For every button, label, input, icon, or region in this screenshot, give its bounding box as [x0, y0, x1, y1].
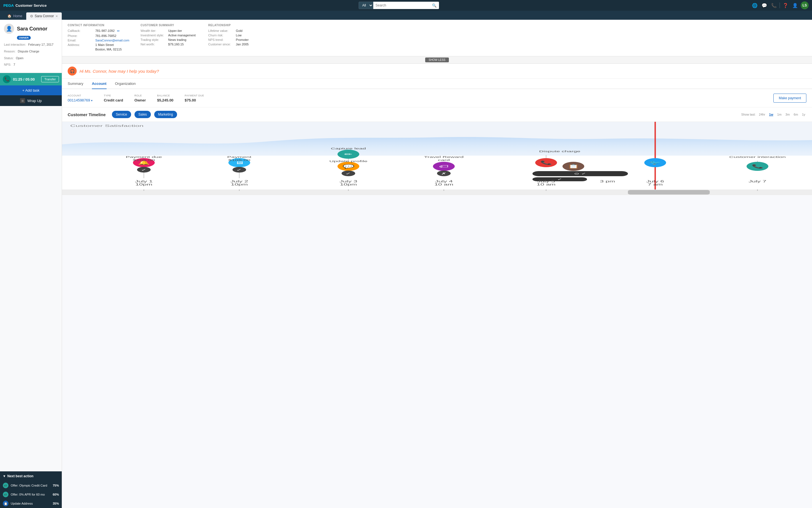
nba-offer2-icon: 🏷	[3, 492, 8, 497]
account-type-label: TYPE	[104, 94, 123, 97]
filter-sales-button[interactable]: Sales	[134, 111, 151, 118]
account-number-value[interactable]: 00114598769 ▾	[68, 98, 92, 102]
headset-icon: 🎧	[68, 67, 77, 76]
nba-offer2-pct: 60%	[53, 493, 59, 496]
last-interaction-label: Last interaction:	[4, 42, 26, 48]
relationship-section: RELATIONSHIP Lifetime value: Gold Churn …	[208, 24, 265, 52]
time-opt-6m[interactable]: 6m	[793, 112, 799, 117]
nba-title: Next best action	[7, 474, 34, 478]
churn-risk-value: Low	[236, 34, 242, 37]
phone-active-icon-button[interactable]: 📞	[770, 1, 778, 9]
account-balance-label: BALANCE	[157, 94, 173, 97]
help-icon-button[interactable]: ❓	[781, 1, 789, 9]
svg-text:📋: 📋	[567, 164, 580, 169]
svg-text:10 am: 10 am	[434, 183, 453, 186]
status-label: Status:	[4, 55, 13, 61]
date-july7: July 7	[749, 180, 766, 183]
nba-item-1[interactable]: 🏷 Offer: Olympic Credit Card 75%	[0, 481, 62, 490]
callback-value: 781-987-1092	[95, 29, 115, 33]
show-less-button[interactable]: SHOW LESS	[425, 57, 448, 62]
svg-text:✓: ✓	[345, 172, 351, 175]
nba-header[interactable]: ▾ Next best action	[0, 471, 62, 481]
home-tab[interactable]: 🏠 Home	[3, 12, 26, 20]
filter-marketing-button[interactable]: Marketing	[154, 111, 177, 118]
customer-since-label: Customer since:	[208, 43, 234, 46]
phone-label: Phone:	[68, 34, 93, 38]
trading-style-label: Trading style:	[141, 38, 166, 41]
owner-badge: OWNER	[17, 36, 31, 40]
wrap-up-button[interactable]: ⊞ Wrap Up	[0, 95, 62, 106]
search-button[interactable]: 🔍	[430, 2, 439, 9]
nps-trend-value: Promoter	[236, 38, 249, 41]
nba-item-3[interactable]: 📋 Update Address 35%	[0, 499, 62, 508]
timeline-chart-svg: Customer Satisfaction 🔔 ✓ Payment due $1…	[62, 122, 812, 195]
sidebar: 👤 Sara Connor OWNER Last interaction: Fe…	[0, 20, 62, 508]
globe-icon: 🌐	[752, 3, 758, 8]
account-dropdown-icon[interactable]: ▾	[91, 99, 92, 102]
tab-summary[interactable]: Summary	[68, 79, 83, 89]
filter-service-button[interactable]: Service	[112, 111, 131, 118]
churn-risk-label: Churn risk:	[208, 34, 234, 37]
content-area: CONTACT INFORMATION Callback: 781-987-10…	[62, 20, 812, 508]
user-icon-button[interactable]: 👤	[791, 1, 799, 9]
chat-icon-button[interactable]: 💬	[760, 1, 768, 9]
svg-text:card: card	[438, 159, 450, 162]
avatar-button[interactable]: LS	[801, 1, 809, 9]
time-opt-1m[interactable]: 1m	[776, 112, 783, 117]
timeline-scrollbar-thumb[interactable]	[628, 190, 710, 195]
svg-text:💬: 💬	[343, 164, 355, 169]
content-tabs: Summary Account Organization	[62, 79, 812, 89]
email-label: Email:	[68, 39, 93, 42]
tab-organization[interactable]: Organization	[115, 79, 136, 89]
tab-close-icon[interactable]: ✕	[55, 15, 58, 18]
customer-name-row: 👤 Sara Connor	[4, 24, 58, 34]
customer-avatar: 👤	[4, 24, 14, 34]
globe-icon-button[interactable]: 🌐	[751, 1, 759, 9]
add-task-button[interactable]: + Add task	[0, 85, 62, 95]
brand-pega: PEGA	[3, 3, 14, 8]
nba-item-2[interactable]: 🏷 Offer: 0% APR for 60 mo 60%	[0, 490, 62, 499]
time-opt-3m[interactable]: 3m	[784, 112, 791, 117]
tab-customer-icon: ⊙	[30, 14, 33, 18]
svg-text:$105.00: $105.00	[133, 159, 155, 162]
search-input[interactable]	[373, 2, 430, 9]
email-value[interactable]: SaraConnor@email.com	[95, 39, 129, 42]
nba-section: ▾ Next best action 🏷 Offer: Olympic Cred…	[0, 471, 62, 508]
svg-text:✗: ✗	[441, 172, 447, 175]
satisfaction-label: Customer Satisfaction	[70, 124, 143, 127]
reason-label: Reason:	[4, 49, 15, 54]
status-value: Open	[16, 55, 24, 61]
wealth-tier-label: Wealth tier:	[141, 29, 166, 32]
date-july3: July 3	[339, 180, 357, 183]
nba-offer1-label: Offer: Olympic Credit Card	[11, 484, 50, 487]
address-label: Address:	[68, 43, 93, 46]
svg-text:10 am: 10 am	[537, 183, 555, 186]
make-payment-button[interactable]: Make payment	[773, 94, 806, 102]
svg-text:🐦: 🐦	[649, 160, 661, 165]
customer-name: Sara Connor	[17, 26, 47, 32]
timer-row: 📞 01:25 / 05:00 Transfer	[0, 73, 62, 85]
nps-label: NPS:	[4, 62, 11, 68]
phone-timer-icon: 📞	[3, 75, 11, 83]
nav-icon-group: 🌐 💬 📞 ❓ 👤 LS	[751, 1, 809, 9]
nav-separator	[779, 3, 780, 8]
nba-offer1-pct: 75%	[53, 484, 59, 487]
svg-text:7 am: 7 am	[648, 183, 663, 186]
tab-account[interactable]: Account	[92, 79, 106, 89]
event-label-payment: Payment	[227, 156, 252, 159]
time-opt-1w[interactable]: 1w	[768, 112, 774, 117]
time-opt-24hr[interactable]: 24hr	[758, 112, 766, 117]
svg-text:$105.00: $105.00	[228, 159, 250, 162]
show-less-bar: SHOW LESS	[62, 56, 812, 64]
customer-tab[interactable]: ⊙ Sara Connor ✕	[26, 12, 62, 20]
payment-due-label: PAYMENT DUE	[185, 94, 204, 97]
wrap-up-icon: ⊞	[20, 98, 25, 103]
nba-offer2-label: Offer: 0% APR for 60 mo	[11, 493, 50, 496]
edit-callback-icon[interactable]: ✏	[117, 29, 120, 33]
time-opt-1y[interactable]: 1y	[801, 112, 806, 117]
event-label-capture-lead: Capture lead	[331, 147, 366, 150]
transfer-button[interactable]: Transfer	[41, 76, 59, 82]
svg-text:📞: 📞	[540, 160, 552, 165]
search-type-select[interactable]: All	[359, 2, 373, 9]
last-interaction-value: February 17, 2017	[28, 42, 53, 48]
